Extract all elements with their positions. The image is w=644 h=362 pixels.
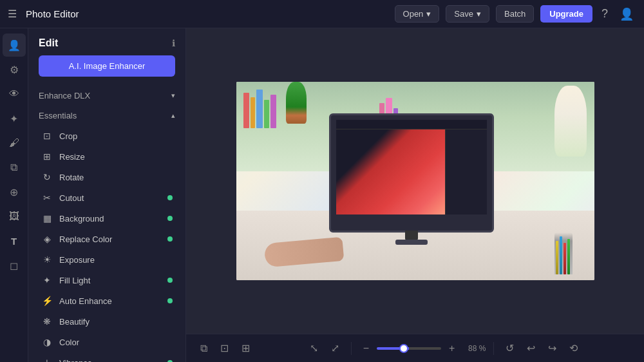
books-area bbox=[243, 90, 276, 128]
pencil-2 bbox=[560, 236, 562, 274]
tool-item-exposure[interactable]: ☀Exposure bbox=[31, 249, 183, 270]
history-icon-btn[interactable]: ⟲ bbox=[565, 339, 582, 357]
upgrade-button[interactable]: Upgrade bbox=[540, 5, 592, 23]
fit-screen-icon-btn[interactable]: ⤡ bbox=[306, 339, 322, 357]
sidebar-item-group[interactable]: ⊕ bbox=[3, 180, 26, 204]
grid-icon-btn[interactable]: ⊞ bbox=[238, 339, 254, 357]
cutout-icon: ✂ bbox=[41, 192, 53, 204]
cutout-label: Cutout bbox=[59, 193, 161, 203]
sidebar-item-magic[interactable]: ✦ bbox=[3, 107, 26, 130]
batch-button[interactable]: Batch bbox=[496, 5, 534, 23]
zoom-slider[interactable] bbox=[377, 347, 441, 350]
vibrance-label: Vibrance bbox=[59, 358, 161, 363]
open-label: Open bbox=[403, 9, 424, 19]
menu-icon[interactable]: ☰ bbox=[8, 8, 17, 20]
sidebar-item-shapes[interactable]: ◻ bbox=[3, 254, 26, 277]
enhance-dlx-section[interactable]: Enhance DLX ▾ bbox=[28, 86, 185, 106]
batch-label: Batch bbox=[504, 9, 526, 19]
info-icon[interactable]: ℹ bbox=[172, 38, 175, 48]
color-icon: ◑ bbox=[41, 336, 53, 348]
sidebar-item-sliders[interactable]: ⚙ bbox=[3, 58, 26, 81]
layers-icon-btn[interactable]: ⧉ bbox=[196, 340, 211, 357]
monitor-stand bbox=[405, 231, 418, 240]
tool-item-auto-enhance[interactable]: ⚡Auto Enhance bbox=[31, 291, 183, 311]
essentials-label: Essentials bbox=[39, 111, 77, 120]
replace-color-label: Replace Color bbox=[59, 234, 161, 244]
fill-light-label: Fill Light bbox=[59, 276, 161, 285]
flower-right bbox=[554, 86, 587, 157]
background-active-dot bbox=[167, 216, 173, 221]
tool-item-resize[interactable]: ⊞Resize bbox=[31, 146, 183, 167]
redo-icon-btn[interactable]: ↪ bbox=[544, 339, 560, 357]
main-area: 👤 ⚙ 👁 ✦ 🖌 ⧉ ⊕ 🖼 T ◻ Edit ℹ A.I. Image En… bbox=[0, 28, 644, 362]
auto-enhance-icon: ⚡ bbox=[41, 295, 53, 307]
crop-icon-btn[interactable]: ⊡ bbox=[216, 339, 232, 357]
crop-label: Crop bbox=[59, 131, 173, 141]
actual-size-icon-btn[interactable]: ⤢ bbox=[327, 339, 343, 357]
background-label: Background bbox=[59, 214, 161, 224]
sidebar-item-image[interactable]: 🖼 bbox=[3, 205, 26, 228]
sidebar-item-eye[interactable]: 👁 bbox=[3, 82, 26, 106]
monitor-body bbox=[329, 113, 494, 233]
fill-light-icon: ✦ bbox=[41, 274, 53, 286]
sidebar-item-brush[interactable]: 🖌 bbox=[3, 131, 26, 155]
replace-color-icon: ◈ bbox=[41, 233, 53, 245]
save-label: Save bbox=[454, 9, 473, 19]
pencil-4 bbox=[567, 239, 570, 274]
help-icon[interactable]: ? bbox=[599, 5, 611, 23]
canvas-image bbox=[236, 82, 594, 280]
undo-icon-btn[interactable]: ↩ bbox=[523, 339, 539, 357]
zoom-divider bbox=[351, 342, 352, 355]
tool-item-replace-color[interactable]: ◈Replace Color bbox=[31, 229, 183, 249]
sidebar-item-text[interactable]: T bbox=[3, 229, 26, 252]
tool-item-rotate[interactable]: ↻Rotate bbox=[31, 167, 183, 187]
bottom-center-controls: ⤡ ⤢ − + 88 % ↺ ↩ ↪ ⟲ bbox=[254, 339, 634, 357]
rotate-label: Rotate bbox=[59, 173, 173, 182]
book-3 bbox=[256, 90, 263, 128]
beautify-icon: ❋ bbox=[41, 316, 53, 327]
zoom-control: − + 88 % bbox=[359, 340, 486, 357]
user-icon[interactable]: 👤 bbox=[617, 5, 636, 24]
zoom-in-button[interactable]: + bbox=[445, 340, 459, 357]
book-1 bbox=[243, 93, 249, 128]
monitor-screen bbox=[336, 120, 488, 214]
auto-enhance-label: Auto Enhance bbox=[59, 296, 161, 306]
cutout-active-dot bbox=[167, 195, 173, 200]
edit-header: Edit ℹ bbox=[28, 28, 185, 55]
beautify-label: Beautify bbox=[59, 317, 173, 327]
save-chevron-icon: ▾ bbox=[477, 9, 481, 19]
exposure-label: Exposure bbox=[59, 255, 173, 265]
save-button[interactable]: Save ▾ bbox=[446, 5, 489, 23]
book-2 bbox=[251, 97, 255, 128]
essentials-section[interactable]: Essentials ▴ bbox=[28, 106, 185, 126]
ai-image-enhancer-button[interactable]: A.I. Image Enhancer bbox=[39, 55, 175, 77]
book-5 bbox=[270, 95, 276, 128]
sidebar-item-layers[interactable]: ⧉ bbox=[3, 156, 26, 179]
color-label: Color bbox=[59, 338, 173, 347]
edit-panel: Edit ℹ A.I. Image Enhancer Enhance DLX ▾… bbox=[28, 28, 186, 362]
tool-item-cutout[interactable]: ✂Cutout bbox=[31, 187, 183, 208]
tool-item-beautify[interactable]: ❋Beautify bbox=[31, 311, 183, 332]
rotate-icon: ↻ bbox=[41, 171, 53, 183]
reset-icon-btn[interactable]: ↺ bbox=[502, 339, 518, 357]
tool-item-fill-light[interactable]: ✦Fill Light bbox=[31, 270, 183, 291]
canvas-content bbox=[186, 28, 644, 334]
canvas-area: ⧉ ⊡ ⊞ ⤡ ⤢ − + 88 % ↺ ↩ ↪ ⟲ bbox=[186, 28, 644, 362]
sidebar-item-person[interactable]: 👤 bbox=[3, 33, 26, 57]
app-title: Photo Editor bbox=[26, 8, 79, 19]
crop-icon: ⊡ bbox=[41, 130, 53, 142]
tool-item-vibrance[interactable]: ⊹Vibrance bbox=[31, 352, 183, 362]
fill-light-active-dot bbox=[167, 278, 173, 283]
tool-item-background[interactable]: ▦Background bbox=[31, 208, 183, 229]
zoom-out-button[interactable]: − bbox=[359, 340, 373, 357]
tool-item-crop[interactable]: ⊡Crop bbox=[31, 126, 183, 146]
open-chevron-icon: ▾ bbox=[426, 9, 431, 19]
zoom-percentage: 88 % bbox=[462, 344, 486, 353]
screen-content bbox=[336, 120, 488, 214]
monitor-base bbox=[395, 240, 428, 245]
plant-pot bbox=[286, 82, 307, 124]
book-4 bbox=[264, 100, 269, 128]
resize-icon: ⊞ bbox=[41, 151, 53, 162]
open-button[interactable]: Open ▾ bbox=[395, 5, 440, 23]
tool-item-color[interactable]: ◑Color bbox=[31, 332, 183, 352]
